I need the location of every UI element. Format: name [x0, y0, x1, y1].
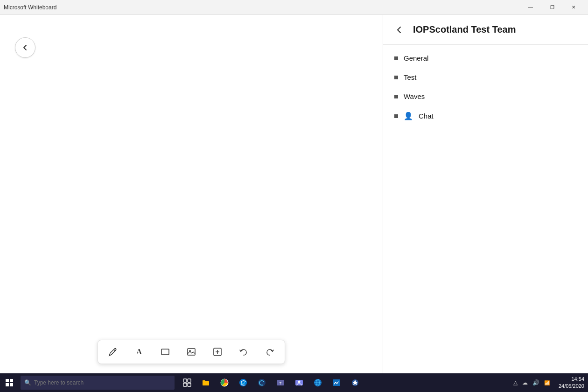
- extra-app-icon: [351, 378, 359, 387]
- teams2-icon: [294, 378, 304, 387]
- drawing-toolbar: A: [98, 340, 285, 364]
- redo-icon: [265, 347, 275, 357]
- teams-button[interactable]: T: [272, 374, 289, 392]
- volume-icon[interactable]: 🔊: [531, 379, 541, 386]
- whiteboard-canvas[interactable]: A: [0, 15, 383, 373]
- restore-button[interactable]: ❐: [541, 0, 563, 15]
- task-view-button[interactable]: [178, 374, 196, 392]
- edge2-button[interactable]: [253, 374, 271, 392]
- chrome-button[interactable]: [216, 374, 233, 392]
- whiteboard-icon: [332, 378, 341, 387]
- channel-name-waves: Waves: [404, 92, 425, 100]
- taskbar-search-box[interactable]: 🔍: [21, 376, 175, 390]
- taskbar: 🔍: [0, 373, 588, 392]
- svg-rect-1: [161, 349, 169, 355]
- channel-bullet-general: [394, 56, 398, 60]
- windows-icon: [6, 379, 13, 386]
- app-title: Microsoft Whiteboard: [4, 4, 56, 11]
- back-arrow-icon: [21, 43, 29, 52]
- edge2-icon: [258, 378, 266, 387]
- svg-line-0: [114, 350, 115, 351]
- channel-item-general[interactable]: General: [383, 49, 588, 68]
- channel-item-waves[interactable]: Waves: [383, 87, 588, 106]
- task-view-icon: [183, 378, 191, 387]
- add-tool-button[interactable]: [210, 344, 225, 359]
- extra-app-button[interactable]: [346, 374, 364, 392]
- browser-button[interactable]: [309, 374, 327, 392]
- main-area: A: [0, 15, 588, 373]
- panel-title: IOPScotland Test Team: [413, 24, 516, 35]
- channel-item-chat[interactable]: 👤 Chat: [383, 106, 588, 126]
- channel-name-general: General: [404, 54, 428, 62]
- svg-text:T: T: [280, 381, 282, 385]
- notifications-icon[interactable]: △: [512, 379, 519, 386]
- clock-time: 14:54: [559, 376, 584, 383]
- file-explorer-button[interactable]: [197, 374, 215, 392]
- minimize-button[interactable]: —: [520, 0, 541, 15]
- svg-rect-12: [188, 379, 191, 382]
- channel-bullet-test: [394, 76, 398, 79]
- pen-icon: [108, 347, 118, 357]
- text-tool-button[interactable]: A: [132, 344, 147, 359]
- teams2-button[interactable]: [290, 374, 308, 392]
- edge-button[interactable]: [234, 374, 252, 392]
- channel-item-test[interactable]: Test: [383, 68, 588, 87]
- folder-icon: [202, 378, 210, 387]
- shape-tool-button[interactable]: [158, 344, 173, 359]
- panel-back-button[interactable]: [392, 23, 406, 36]
- svg-rect-14: [188, 383, 191, 386]
- svg-rect-10: [10, 383, 13, 386]
- edge-icon: [239, 378, 247, 387]
- clock-date: 24/05/2020: [559, 383, 584, 390]
- taskbar-pinned-apps: T: [176, 374, 508, 392]
- search-icon: 🔍: [24, 379, 31, 386]
- start-button[interactable]: [0, 373, 19, 392]
- channel-bullet-waves: [394, 95, 398, 98]
- search-input[interactable]: [34, 379, 171, 386]
- svg-rect-9: [6, 383, 9, 386]
- panel-header: IOPScotland Test Team: [383, 15, 588, 45]
- undo-button[interactable]: [236, 344, 251, 359]
- image-tool-button[interactable]: [184, 344, 199, 359]
- taskbar-clock[interactable]: 14:54 24/05/2020: [555, 376, 588, 390]
- whiteboard-button[interactable]: [328, 374, 345, 392]
- back-button[interactable]: [15, 37, 35, 58]
- shape-icon: [160, 347, 170, 357]
- chrome-icon: [220, 378, 229, 387]
- svg-rect-8: [10, 379, 13, 382]
- svg-rect-13: [183, 383, 187, 386]
- onedrive-icon[interactable]: ☁: [521, 379, 529, 386]
- close-button[interactable]: ✕: [563, 0, 584, 15]
- teams-icon: T: [276, 378, 285, 387]
- svg-rect-2: [188, 349, 195, 355]
- chat-icon: 👤: [404, 112, 413, 120]
- window-controls: — ❐ ✕: [520, 0, 584, 15]
- title-bar: Microsoft Whiteboard — ❐ ✕: [0, 0, 588, 15]
- svg-rect-11: [183, 379, 187, 382]
- text-icon: A: [136, 348, 142, 356]
- plus-icon: [212, 347, 223, 357]
- undo-icon: [238, 347, 249, 357]
- channel-list: General Test Waves 👤 Chat: [383, 45, 588, 130]
- teams-panel: IOPScotland Test Team General Test Waves: [383, 15, 588, 373]
- redo-button[interactable]: [262, 344, 277, 359]
- browser-icon: [314, 378, 322, 387]
- pen-tool-button[interactable]: [105, 344, 120, 359]
- system-tray: △ ☁ 🔊 📶: [508, 379, 555, 386]
- image-icon: [186, 347, 196, 357]
- channel-name-chat: Chat: [419, 112, 434, 120]
- panel-back-arrow-icon: [394, 25, 404, 35]
- channel-name-test: Test: [404, 73, 417, 81]
- svg-rect-7: [6, 379, 9, 382]
- channel-bullet-chat: [394, 114, 398, 118]
- network-icon[interactable]: 📶: [543, 380, 551, 385]
- title-bar-left: Microsoft Whiteboard: [4, 4, 56, 11]
- svg-point-22: [298, 381, 301, 383]
